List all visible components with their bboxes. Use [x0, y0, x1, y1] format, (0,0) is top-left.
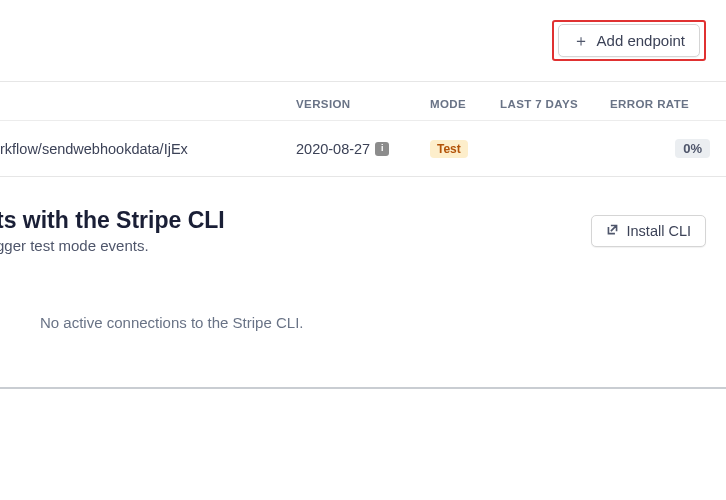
- add-endpoint-label: Add endpoint: [597, 32, 685, 49]
- url-cell: rkflow/sendwebhookdata/IjEx: [0, 141, 280, 157]
- col-error-header: ERROR RATE: [610, 98, 716, 110]
- install-cli-label: Install CLI: [627, 223, 691, 239]
- mode-badge: Test: [430, 140, 468, 158]
- cli-subtitle: gger test mode events.: [0, 237, 225, 254]
- cli-title: ts with the Stripe CLI: [0, 207, 225, 234]
- error-rate-badge: 0%: [675, 139, 710, 158]
- plus-icon: ＋: [573, 33, 589, 49]
- col-version-header: VERSION: [280, 98, 430, 110]
- cli-section: ts with the Stripe CLI gger test mode ev…: [0, 177, 726, 274]
- endpoints-table: VERSION MODE LAST 7 DAYS ERROR RATE rkfl…: [0, 82, 726, 177]
- col-mode-header: MODE: [430, 98, 500, 110]
- version-cell: 2020-08-27 i: [280, 141, 430, 157]
- mode-cell: Test: [430, 140, 500, 158]
- error-cell: 0%: [610, 139, 716, 158]
- table-row[interactable]: rkflow/sendwebhookdata/IjEx 2020-08-27 i…: [0, 121, 726, 176]
- header-section: ＋ Add endpoint: [0, 0, 726, 82]
- highlight-box: ＋ Add endpoint: [552, 20, 706, 61]
- col-last7-header: LAST 7 DAYS: [500, 98, 610, 110]
- external-link-icon: [606, 223, 619, 239]
- install-cli-button[interactable]: Install CLI: [591, 215, 706, 247]
- add-endpoint-button[interactable]: ＋ Add endpoint: [558, 24, 700, 57]
- version-text: 2020-08-27: [296, 141, 370, 157]
- col-url-header: [0, 98, 280, 110]
- cli-text-block: ts with the Stripe CLI gger test mode ev…: [0, 207, 225, 254]
- no-connections-message: No active connections to the Stripe CLI.: [0, 274, 726, 389]
- table-header-row: VERSION MODE LAST 7 DAYS ERROR RATE: [0, 82, 726, 121]
- info-icon: i: [375, 142, 389, 156]
